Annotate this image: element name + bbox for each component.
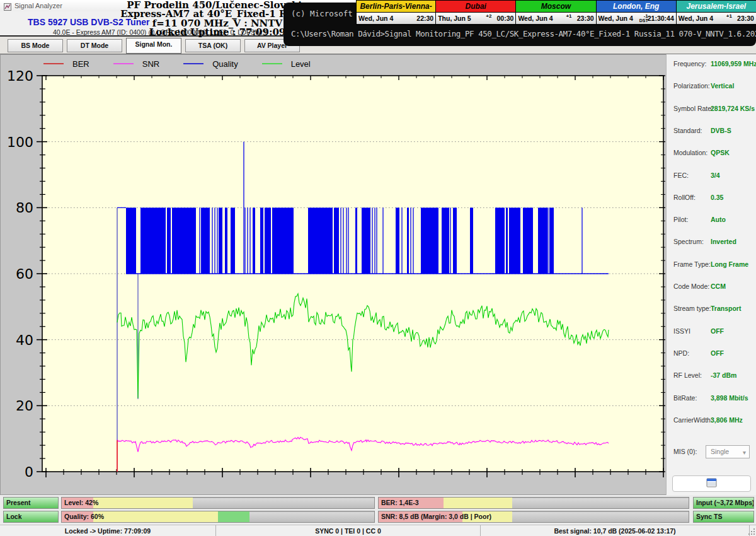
chevron-down-icon: ▾ bbox=[743, 446, 746, 458]
svg-text:80: 80 bbox=[16, 200, 33, 216]
param-value: 2819,724 KS/s bbox=[711, 105, 755, 112]
tab-tsa-ok-[interactable]: TSA (OK) bbox=[185, 39, 241, 52]
bar-label: Lock bbox=[6, 513, 22, 520]
param-label: Modulation: bbox=[673, 149, 707, 156]
param-label: FEC: bbox=[673, 172, 689, 179]
param-npd-: NPD:OFF bbox=[667, 349, 756, 359]
clock-date: Wed, Jun 4 bbox=[598, 15, 633, 22]
signal-chart: 020406080100120 bbox=[1, 55, 665, 494]
clock-city: Dubai bbox=[436, 1, 515, 13]
tab-bs-mode[interactable]: BS Mode bbox=[8, 39, 63, 52]
clock-time: 22:30 bbox=[416, 15, 433, 22]
clock-datetime: Wed, Jun 422:30 bbox=[357, 13, 435, 24]
terminal-command-line: C:\Users\Roman Dávid>Signal Monitoring_P… bbox=[291, 29, 756, 38]
svg-text:0: 0 bbox=[25, 464, 33, 480]
param-spectrum-: Spectrum:Inverted bbox=[667, 238, 756, 248]
mis-select[interactable]: Single ▾ bbox=[706, 445, 750, 458]
param-label: BitRate: bbox=[673, 394, 697, 402]
signal-chart-panel: BERSNRQualityLevel 020406080100120 bbox=[0, 54, 666, 495]
clock-offset: +2 bbox=[486, 14, 491, 18]
clock-moscow: MoscowWed, Jun 4+123:30 bbox=[516, 0, 596, 25]
tab-signal-mon-[interactable]: Signal Mon. bbox=[126, 38, 181, 54]
clock-date: Wed, Jun 4 bbox=[358, 15, 393, 22]
clock-datetime: Wed, Jun 4-1DST21:30:44 bbox=[597, 13, 676, 24]
param-carrierwidth-: CarrierWidth:3,806 MHz bbox=[667, 416, 756, 426]
tab-dt-mode[interactable]: DT Mode bbox=[67, 39, 122, 52]
param-label: Standard: bbox=[673, 127, 702, 134]
param-value: Inverted bbox=[711, 238, 736, 245]
clock-city: London, Eng bbox=[597, 1, 676, 13]
param-symbol-rate-: Symbol Rate:2819,724 KS/s bbox=[667, 105, 756, 115]
param-label: Stream type: bbox=[673, 305, 711, 312]
clock-jerusalem-israel: Jerusalem-IsraelWed, Jun 4+123:30 bbox=[677, 0, 756, 25]
param-value: QPSK bbox=[711, 149, 730, 156]
clock-city: Jerusalem-Israel bbox=[677, 1, 756, 13]
svg-text:40: 40 bbox=[16, 332, 33, 348]
clock-datetime: Wed, Jun 4+123:30 bbox=[677, 13, 756, 24]
window-title: Signal Analyzer bbox=[14, 2, 62, 9]
level-bar: Level: 42% bbox=[61, 497, 375, 509]
clock-datetime: Wed, Jun 4+123:30 bbox=[516, 13, 595, 24]
bar-label: SNR: 8,5 dB (Margin: 3,0 dB | Poor) bbox=[381, 513, 491, 520]
param-fec-: FEC:3/4 bbox=[667, 172, 756, 182]
param-value: -37 dBm bbox=[711, 371, 736, 379]
clock-time: 23:30 bbox=[737, 15, 754, 22]
bar-label: Level: 42% bbox=[64, 499, 98, 506]
param-label: RF Level: bbox=[673, 371, 702, 379]
param-label: ISSYI bbox=[673, 327, 690, 335]
statusbar-segment-1: SYNC 0 | TEI 0 | CC 0 bbox=[216, 525, 481, 536]
param-frequency-: Frequency:11069,959 MHz bbox=[667, 60, 756, 70]
ber-bar: BER: 1,4E-3 bbox=[378, 497, 689, 509]
syncts-indicator: Sync TS bbox=[693, 511, 754, 523]
svg-text:100: 100 bbox=[7, 134, 33, 150]
signal-analyzer-window: Signal Analyzer TBS 5927 USB DVB-S2 Tune… bbox=[0, 0, 756, 536]
status-bar: Locked -> Uptime: 77:09:09SYNC 0 | TEI 0… bbox=[0, 525, 756, 536]
param-code-mode-: Code Mode:CCM bbox=[667, 283, 756, 293]
parameters-panel: Frequency:11069,959 MHzPolarization:Vert… bbox=[666, 54, 756, 495]
clock-dubai: DubaiThu, Jun 5+200:30 bbox=[436, 0, 516, 25]
param-label: Frame Type: bbox=[673, 260, 711, 268]
present-indicator: Present bbox=[3, 497, 59, 509]
clock-date: Wed, Jun 4 bbox=[518, 15, 553, 22]
param-modulation-: Modulation:QPSK bbox=[667, 149, 756, 159]
lock-indicator: Lock bbox=[3, 511, 59, 523]
clock-city: Moscow bbox=[516, 1, 595, 13]
clock-date: Wed, Jun 4 bbox=[679, 15, 713, 22]
statusbar-segment-0: Locked -> Uptime: 77:09:09 bbox=[0, 525, 216, 536]
param-bitrate-: BitRate:3,898 Mbit/s bbox=[667, 394, 756, 404]
param-value: CCM bbox=[711, 283, 726, 290]
snr-bar: SNR: 8,5 dB (Margin: 3,0 dB | Poor) bbox=[378, 511, 689, 523]
param-value: 0.35 bbox=[711, 194, 723, 201]
param-label: Frequency: bbox=[673, 60, 707, 67]
param-label: Spectrum: bbox=[673, 238, 704, 245]
param-value: 3,806 MHz bbox=[711, 416, 743, 424]
clock-date: Thu, Jun 5 bbox=[438, 15, 471, 22]
resize-grip[interactable] bbox=[747, 527, 755, 535]
param-value: Auto bbox=[711, 216, 726, 223]
clock-time: 21:30:44 bbox=[648, 15, 674, 22]
param-label: CarrierWidth: bbox=[673, 416, 713, 424]
param-pilot-: Pilot:Auto bbox=[667, 216, 756, 226]
panel-action-button[interactable] bbox=[672, 475, 751, 492]
param-value: 3,898 Mbit/s bbox=[711, 394, 748, 402]
world-clocks-widget: Berlin-Paris-Vienna-RomaWed, Jun 422:30D… bbox=[356, 0, 756, 25]
param-value: OFF bbox=[711, 327, 724, 335]
bar-label: Input (~3,72 Mbps) bbox=[696, 499, 754, 506]
table-icon bbox=[706, 478, 717, 490]
clock-berlin-paris-vienna-roma: Berlin-Paris-Vienna-RomaWed, Jun 422:30 bbox=[356, 0, 436, 25]
bar-label: Present bbox=[6, 499, 31, 506]
param-standard-: Standard:DVB-S bbox=[667, 127, 756, 137]
bar-segment-green bbox=[218, 511, 249, 522]
bar-segment-yellow bbox=[93, 498, 193, 508]
clock-city: Berlin-Paris-Vienna-Roma bbox=[357, 1, 435, 13]
clock-offset: -1 bbox=[644, 14, 648, 18]
clock-datetime: Thu, Jun 5+200:30 bbox=[436, 13, 515, 24]
param-issyi: ISSYIOFF bbox=[667, 327, 756, 337]
app-icon bbox=[4, 2, 11, 9]
param-label: Pilot: bbox=[673, 216, 688, 223]
param-label: NPD: bbox=[673, 349, 689, 357]
statusbar-segment-2: Best signal: 10,7 dB (2025-06-02 13:17) bbox=[481, 525, 750, 536]
param-frame-type-: Frame Type:Long Frame bbox=[667, 260, 756, 271]
svg-text:60: 60 bbox=[16, 266, 33, 282]
clock-offset: +1 bbox=[566, 14, 571, 18]
